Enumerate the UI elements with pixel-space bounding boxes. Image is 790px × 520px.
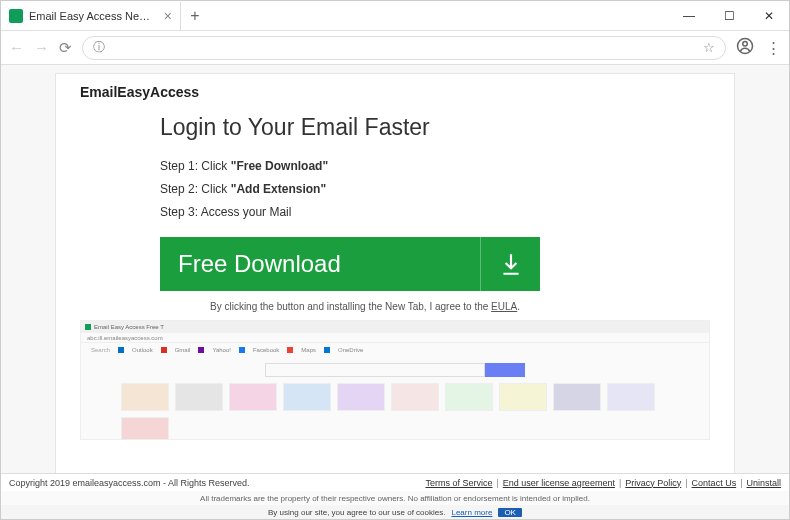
close-window-button[interactable]: ✕ [749, 2, 789, 30]
footer-legal: Copyright 2019 emaileasyaccess.com - All… [1, 473, 789, 491]
link-contact[interactable]: Contact Us [692, 478, 737, 488]
browser-toolbar: ← → ⟳ ⓘ ☆ ⋮ [1, 31, 789, 65]
copyright: Copyright 2019 emaileasyaccess.com - All… [9, 478, 250, 488]
preview-tiles [81, 383, 709, 440]
cookies-ok-button[interactable]: OK [498, 508, 522, 517]
svg-point-1 [743, 42, 748, 47]
forward-button[interactable]: → [34, 39, 49, 56]
preview-quicklinks: Search Outlook Gmail Yahoo! Facebook Map… [81, 343, 709, 357]
account-icon[interactable] [736, 37, 754, 58]
preview-tab-title: Email Easy Access Free T [94, 324, 164, 330]
download-icon [480, 237, 540, 291]
step-2: Step 2: Click "Add Extension" [160, 178, 710, 201]
new-tab-button[interactable]: + [181, 7, 209, 25]
brand-title: EmailEasyAccess [80, 84, 710, 100]
link-terms[interactable]: Terms of Service [425, 478, 492, 488]
preview-searchbar [265, 363, 525, 377]
minimize-button[interactable]: — [669, 2, 709, 30]
preview-address: abc.ill.emaileasyaccess.com [81, 333, 709, 343]
step-3: Step 3: Access your Mail [160, 201, 710, 224]
steps-list: Step 1: Click "Free Download" Step 2: Cl… [160, 155, 710, 223]
link-uninstall[interactable]: Uninstall [746, 478, 781, 488]
bookmark-star-icon[interactable]: ☆ [703, 40, 715, 55]
titlebar: Email Easy Access New Tab exten × + — ☐ … [1, 1, 789, 31]
browser-menu-icon[interactable]: ⋮ [766, 39, 781, 57]
cookie-bar: By using our site, you agree to our use … [1, 505, 789, 519]
browser-tab[interactable]: Email Easy Access New Tab exten × [1, 2, 181, 30]
tab-title: Email Easy Access New Tab exten [29, 10, 154, 22]
reload-button[interactable]: ⟳ [59, 39, 72, 57]
address-bar[interactable]: ⓘ ☆ [82, 36, 726, 60]
step-1: Step 1: Click "Free Download" [160, 155, 710, 178]
tab-favicon-icon [9, 9, 23, 23]
trademark-notice: All trademarks are the property of their… [1, 491, 789, 505]
headline: Login to Your Email Faster [160, 114, 710, 141]
free-download-button[interactable]: Free Download [160, 237, 540, 291]
download-label: Free Download [178, 250, 341, 278]
preview-favicon-icon [85, 324, 91, 330]
maximize-button[interactable]: ☐ [709, 2, 749, 30]
newtab-preview: Email Easy Access Free T abc.ill.emailea… [80, 320, 710, 440]
landing-page: EmailEasyAccess Login to Your Email Fast… [55, 73, 735, 475]
eula-disclaimer: By clicking the button and installing th… [160, 301, 710, 312]
eula-link[interactable]: EULA [491, 301, 517, 312]
back-button[interactable]: ← [9, 39, 24, 56]
footer-links: Terms of Service| End user license agree… [425, 478, 781, 488]
site-info-icon[interactable]: ⓘ [93, 39, 105, 56]
cookies-learn-more[interactable]: Learn more [451, 508, 492, 517]
link-eula[interactable]: End user license agreement [503, 478, 615, 488]
page-content: pcrisk.com EmailEasyAccess Login to Your… [1, 65, 789, 519]
tab-close-icon[interactable]: × [164, 8, 172, 24]
preview-search-button [485, 363, 525, 377]
link-privacy[interactable]: Privacy Policy [625, 478, 681, 488]
